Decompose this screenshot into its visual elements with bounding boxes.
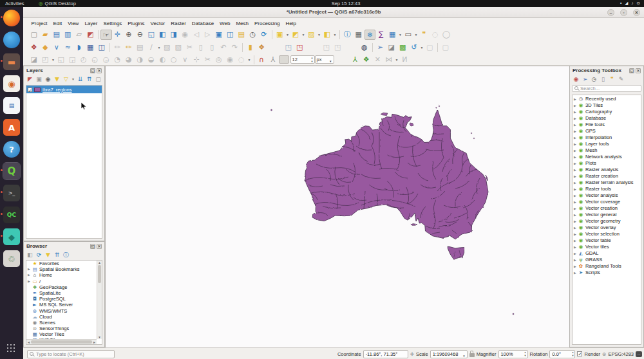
- scale-combo[interactable]: 1:19609468▼: [430, 350, 468, 358]
- toolbar-icon[interactable]: ◫: [225, 30, 236, 40]
- expand-arrow-icon[interactable]: ▶: [573, 218, 578, 225]
- menu-database[interactable]: Database: [189, 21, 216, 26]
- toolbar-icon[interactable]: ◵: [90, 55, 101, 65]
- browser-item-geopackage[interactable]: ❖GeoPackage: [26, 284, 97, 290]
- menu-plugins[interactable]: Plugins: [125, 21, 147, 26]
- toolbar-icon[interactable]: ▷: [202, 30, 214, 40]
- toolbar-icon[interactable]: ◐: [157, 55, 169, 65]
- toolbox-item-vector-tiles[interactable]: ▶◉Vector tiles: [573, 244, 641, 250]
- expand-arrow-icon[interactable]: ▶: [573, 167, 578, 173]
- dock-item-qc-app[interactable]: QC: [0, 204, 23, 226]
- toolbar-icon[interactable]: ➢: [375, 42, 386, 53]
- toolbox-item-recently-used[interactable]: ▶◷Recently used: [573, 96, 641, 102]
- expand-arrow-icon[interactable]: ▶: [573, 250, 578, 257]
- toolbar-icon[interactable]: ❞: [419, 30, 430, 40]
- toolbar-icon[interactable]: ☞: [100, 30, 112, 40]
- toolbar-icon[interactable]: ⊕: [123, 30, 135, 40]
- toolbar-icon[interactable]: ▦: [85, 42, 97, 53]
- font-size-input[interactable]: 12▲▼: [290, 55, 315, 64]
- dock-item-rhythmbox[interactable]: ◉: [0, 73, 23, 95]
- browser-item-ms-sql-server[interactable]: ►MS SQL Server: [26, 302, 97, 308]
- toolbox-item-gdal[interactable]: ▶◭GDAL: [573, 250, 641, 257]
- dropdown-caret-icon[interactable]: ▼: [247, 58, 252, 62]
- browser-vertical-scrollbar[interactable]: ▲▼: [97, 261, 102, 339]
- lock-scale-icon[interactable]: [469, 353, 475, 357]
- menu-help[interactable]: Help: [283, 21, 299, 26]
- toolbar-icon[interactable]: ∑: [375, 30, 387, 40]
- expand-arrow-icon[interactable]: ▶: [573, 173, 578, 180]
- toolbar-icon[interactable]: ⓘ: [342, 30, 354, 40]
- toolbar-icon[interactable]: ✂: [202, 55, 214, 65]
- menu-raster[interactable]: Raster: [168, 21, 189, 26]
- toolbar-icon[interactable]: ⅄: [350, 55, 361, 65]
- expand-arrow-icon[interactable]: ▶: [573, 115, 578, 122]
- toolbar-icon[interactable]: ⇈: [85, 75, 93, 84]
- toolbar-icon[interactable]: ❄: [365, 30, 376, 40]
- expand-arrow-icon[interactable]: ▶: [573, 134, 578, 141]
- toolbox-item-raster-terrain-analysis[interactable]: ▶◉Raster terrain analysis: [573, 180, 641, 186]
- dropdown-caret-icon[interactable]: ▼: [71, 77, 75, 81]
- dropdown-caret-icon[interactable]: ▼: [51, 58, 55, 62]
- toolbar-icon[interactable]: ▥: [62, 30, 74, 40]
- dropdown-caret-icon[interactable]: ▼: [333, 33, 337, 37]
- dropdown-caret-icon[interactable]: ▼: [398, 33, 402, 37]
- dock-item-firefox[interactable]: [0, 7, 23, 29]
- toolbar-icon[interactable]: ▼: [53, 75, 61, 84]
- toolbar-icon[interactable]: ✏: [123, 42, 135, 53]
- toolbar-icon[interactable]: ◶: [100, 55, 112, 65]
- toolbar-icon[interactable]: ⇈: [53, 251, 61, 259]
- undock-panel-button[interactable]: ◱: [90, 244, 95, 249]
- toolbar-icon[interactable]: ▣: [35, 75, 43, 84]
- toolbar-icon[interactable]: ❖: [28, 42, 40, 53]
- browser-item-spatial-bookmarks[interactable]: ▶▤Spatial Bookmarks: [26, 266, 97, 272]
- toolbar-icon[interactable]: ⋈: [383, 55, 395, 65]
- map-canvas[interactable]: [105, 66, 569, 347]
- magnifier-input[interactable]: 100%▲▼: [498, 350, 528, 358]
- toolbar-icon[interactable]: ∨: [51, 42, 62, 53]
- toolbar-icon[interactable]: ◨: [168, 30, 180, 40]
- units-combo[interactable]: px▼: [315, 55, 334, 64]
- toolbar-icon[interactable]: ◗: [73, 42, 85, 53]
- toolbar-icon[interactable]: ◉: [44, 75, 52, 84]
- toolbar-icon[interactable]: ◳: [332, 42, 344, 53]
- expand-arrow-icon[interactable]: ▶: [26, 272, 32, 278]
- toolbar-icon[interactable]: ▦: [387, 30, 399, 40]
- toolbar-icon[interactable]: ⟳: [35, 251, 43, 259]
- toolbar-icon[interactable]: ◑: [135, 55, 146, 65]
- activities-button[interactable]: Activities: [5, 1, 24, 6]
- toolbar-icon[interactable]: ◒: [146, 55, 157, 65]
- dropdown-caret-icon[interactable]: ▼: [157, 46, 162, 50]
- toolbar-icon[interactable]: ➢: [581, 75, 589, 84]
- toolbox-item-raster-analysis[interactable]: ▶◉Raster analysis: [573, 167, 641, 173]
- toolbar-icon[interactable]: ✕: [372, 55, 384, 65]
- toolbox-item-vector-table[interactable]: ▶◉Vector table: [573, 237, 641, 244]
- toolbar-icon[interactable]: ◱: [146, 30, 157, 40]
- undock-panel-button[interactable]: ◱: [90, 68, 95, 73]
- toolbar-icon[interactable]: ◧: [26, 251, 34, 259]
- toolbar-icon[interactable]: ▢: [424, 42, 436, 53]
- toolbar-icon[interactable]: ⊹: [191, 55, 202, 65]
- toolbar-icon[interactable]: ◔: [112, 55, 124, 65]
- toolbox-item-raster-tools[interactable]: ▶◉Raster tools: [573, 186, 641, 192]
- toolbar-icon[interactable]: ◧: [157, 30, 169, 40]
- toolbar-icon[interactable]: ▱: [73, 30, 85, 40]
- toolbox-item-mesh[interactable]: ▶◉Mesh: [573, 147, 641, 154]
- toolbar-icon[interactable]: ◰: [40, 55, 52, 65]
- toolbar-icon[interactable]: ▣: [213, 30, 225, 40]
- toolbox-item-vector-selection[interactable]: ▶◉Vector selection: [573, 231, 641, 237]
- toolbar-icon[interactable]: ◲: [67, 55, 79, 65]
- toolbox-item-vector-geometry[interactable]: ▶◉Vector geometry: [573, 218, 641, 225]
- toolbar-icon[interactable]: ◩: [290, 30, 301, 40]
- toolbar-icon[interactable]: ◉: [225, 55, 236, 65]
- expand-arrow-icon[interactable]: ▶: [573, 205, 578, 212]
- toolbar-icon[interactable]: ✂: [184, 42, 196, 53]
- dock-item-libreoffice-writer[interactable]: ▤: [0, 95, 23, 116]
- toolbar-icon[interactable]: ❖: [256, 42, 268, 53]
- toolbox-item-cartography[interactable]: ▶◉Cartography: [573, 109, 641, 115]
- toolbar-icon[interactable]: ⊖: [135, 30, 146, 40]
- toolbox-search-input[interactable]: Search...: [572, 85, 641, 92]
- toolbox-item-layer-tools[interactable]: ▶◉Layer tools: [573, 141, 641, 147]
- toolbox-item-network-analysis[interactable]: ▶◉Network analysis: [573, 154, 641, 160]
- toolbar-icon[interactable]: ⟳: [258, 30, 270, 40]
- dropdown-caret-icon[interactable]: ▼: [301, 33, 306, 37]
